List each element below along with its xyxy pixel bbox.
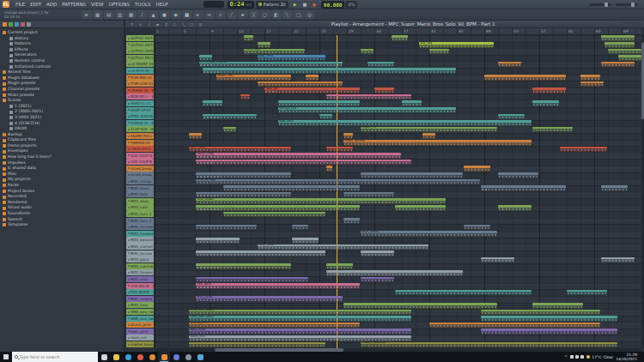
browser-item-patterns[interactable]: Patterns: [0, 41, 124, 47]
browser-item-1-2021-[interactable]: 1 (2021): [0, 104, 124, 110]
playlist-clip[interactable]: [306, 75, 319, 81]
pattern-selector[interactable]: Pattern 20: [256, 1, 289, 9]
browser-item-rendered[interactable]: Rendered: [0, 200, 124, 206]
browser-item-backup[interactable]: Backup: [0, 132, 124, 138]
mixer-panel-icon[interactable]: ▩: [126, 10, 137, 19]
track-header-6[interactable]: LA-KICK-09 - WET: [126, 68, 154, 74]
browser-item-packs[interactable]: Packs: [0, 183, 124, 189]
track-header-4[interactable]: GOTHIC-PR21 - WET: [126, 55, 154, 61]
taskbar-discord[interactable]: [170, 352, 182, 362]
track-header-12[interactable]: HHAT-OP-07 - WET: [126, 107, 154, 113]
playlist-clip[interactable]: [196, 250, 325, 256]
tool-select-icon[interactable]: ▢: [294, 10, 304, 19]
playlist-clip[interactable]: [601, 257, 635, 263]
playlist-clip[interactable]: [189, 133, 202, 139]
playlist-clip[interactable]: pad_intro: [258, 55, 325, 61]
track-header-41[interactable]: MIDI_celesta: [126, 296, 154, 302]
track-header-24[interactable]: MIDI_brass: [126, 185, 154, 191]
playlist-clip[interactable]: [196, 238, 240, 244]
playlist-clip[interactable]: [223, 185, 360, 191]
playlist-clip[interactable]: MIDI_strings: [196, 179, 480, 185]
browser-item-generators[interactable]: Generators: [0, 52, 124, 58]
track-header-48[interactable]: master_bounce: [126, 341, 154, 347]
menu-options[interactable]: OPTIONS: [106, 0, 132, 9]
playlist-clip[interactable]: [223, 127, 236, 133]
stop-button[interactable]: ■: [301, 1, 309, 9]
track-header-28[interactable]: MIDI_horn_1: [126, 211, 154, 217]
playlist-clip[interactable]: [580, 81, 604, 87]
track-header-34[interactable]: MIDI_piccolo: [126, 250, 154, 256]
track-header-22[interactable]: sliced_break_2: [126, 172, 154, 178]
playlist-clip[interactable]: [498, 62, 521, 68]
playlist-clip[interactable]: [196, 160, 411, 166]
browser-tab-all[interactable]: [3, 22, 7, 27]
browser-item-initialized-controls[interactable]: Initialized controls: [0, 64, 124, 70]
taskbar-firefox[interactable]: [146, 352, 158, 362]
play-button[interactable]: ▶: [291, 1, 300, 9]
browser-item-recent-files[interactable]: Recent files: [0, 69, 124, 75]
menu-tools[interactable]: TOOLS: [132, 0, 154, 9]
metronome-icon[interactable]: ▲: [149, 10, 159, 19]
piano-roll-panel-icon[interactable]: ▤: [104, 10, 114, 19]
master-pitch-slider[interactable]: [616, 3, 638, 6]
playlist-clip[interactable]: [374, 87, 394, 94]
playlist-clip[interactable]: [196, 172, 291, 178]
playlist-menu-icon[interactable]: ≡: [128, 21, 136, 27]
browser-item-plugin-presets[interactable]: Plugin presets: [0, 81, 124, 87]
browser-item-envelopes[interactable]: Envelopes: [0, 148, 124, 154]
playlist-clip[interactable]: [601, 62, 635, 68]
playlist-clip[interactable]: [481, 257, 514, 263]
track-header-42[interactable]: MIDI_harp: [126, 302, 154, 308]
track-header-5[interactable]: LA-SNARE-04 - WET: [126, 61, 154, 67]
browser-item-channel-presets[interactable]: Channel presets: [0, 87, 124, 93]
playlist-clip[interactable]: master_bounce: [361, 342, 617, 348]
playlist-clip[interactable]: [402, 100, 422, 106]
track-header-16[interactable]: SNARE-ROLL - WET: [126, 133, 154, 139]
track-header-7[interactable]: TOM-MID-02 - WET: [126, 75, 154, 81]
playlist-clip[interactable]: [361, 172, 463, 178]
track-header-11[interactable]: HHAT-CL-11 - WET: [126, 100, 154, 106]
track-header-43[interactable]: SMB_solo_take1: [126, 309, 154, 315]
menu-help[interactable]: HELP: [154, 0, 171, 9]
playlist-clip[interactable]: [498, 114, 525, 120]
weather-widget[interactable]: 17°C Clear: [586, 355, 613, 359]
browser-item-history[interactable]: History: [0, 36, 124, 42]
playlist-clip[interactable]: [343, 303, 497, 309]
playlist-clip[interactable]: lead_gtr: [264, 87, 360, 94]
timeline-ruler[interactable]: 159131721252933374145495357616569: [155, 28, 641, 35]
playlist-clip[interactable]: MIDI_choir: [196, 296, 343, 302]
playlist-clip[interactable]: brass_section: [343, 140, 532, 146]
playlist-clip[interactable]: [278, 100, 360, 106]
pl-magnet-icon[interactable]: ∪: [137, 21, 144, 27]
playlist-clip[interactable]: [240, 94, 250, 100]
playlist-clip[interactable]: [326, 263, 353, 269]
playlist-clip[interactable]: [429, 323, 600, 329]
browser-tab-plugins[interactable]: [9, 22, 13, 27]
browser-item-impulses[interactable]: Impulses: [0, 160, 124, 166]
tool-slip-icon[interactable]: ◧: [271, 10, 282, 19]
playlist-clip[interactable]: [223, 212, 325, 218]
playlist-clip[interactable]: bass_print: [189, 329, 411, 335]
track-header-30[interactable]: MIDI_trumpet: [126, 224, 154, 230]
playlist-clip[interactable]: pad_long: [278, 120, 532, 126]
playlist-clip[interactable]: [498, 205, 532, 211]
tool-delete-icon[interactable]: ╳: [249, 10, 259, 19]
playlist-clip[interactable]: [326, 94, 411, 100]
multilink-icon[interactable]: ↔: [204, 10, 215, 19]
playlist-clip[interactable]: [343, 218, 360, 224]
playlist-clip[interactable]: [560, 147, 607, 153]
playlist-clip[interactable]: MIDI_flute: [258, 244, 428, 250]
taskbar-chrome[interactable]: [134, 352, 146, 362]
fl-logo-icon[interactable]: FL: [3, 1, 9, 8]
browser-item-4-stretch-[interactable]: 4 (STRETCH): [0, 121, 124, 127]
track-header-3[interactable]: GOTHIC-SN76 - WET: [126, 48, 154, 54]
browser-item-2-2005-2021-[interactable]: 2 (2005-2021): [0, 109, 124, 115]
start-button[interactable]: [0, 352, 12, 362]
track-header-44[interactable]: SMB_solo_take2: [126, 316, 154, 322]
track-header-10[interactable]: RIDE-BELL - WET: [126, 94, 154, 100]
playlist-clip[interactable]: drums_print: [189, 323, 360, 329]
playlist-clip[interactable]: [361, 250, 394, 256]
playlist-clip[interactable]: [601, 35, 635, 41]
playlist-clip[interactable]: [203, 114, 257, 120]
playlist-clip[interactable]: [189, 342, 325, 348]
